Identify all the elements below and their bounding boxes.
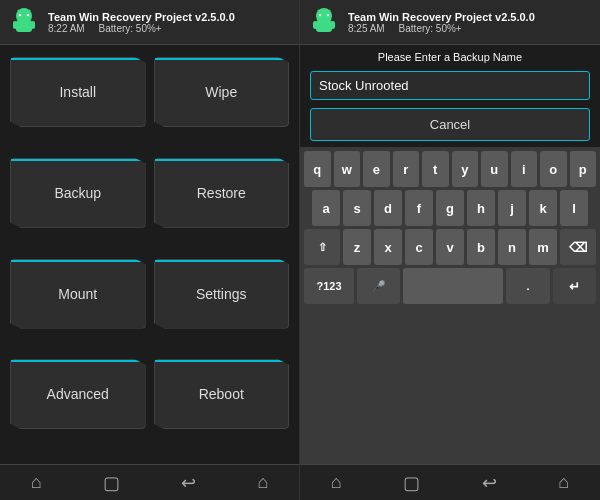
svg-point-12 [319,14,321,16]
svg-rect-10 [313,21,317,29]
space-key[interactable] [403,268,503,304]
right-time: 8:25 AM [348,23,385,34]
key-r[interactable]: r [393,151,420,187]
backup-input-wrapper [300,67,600,104]
svg-rect-2 [13,21,17,29]
svg-rect-9 [316,20,332,32]
svg-point-4 [19,14,21,16]
left-app-title: Team Win Recovery Project v2.5.0.0 [48,11,235,23]
back-icon-right[interactable]: ↩ [482,472,497,494]
key-f[interactable]: f [405,190,433,226]
shift-key[interactable]: ⇧ [304,229,340,265]
settings-button[interactable]: Settings [154,259,290,329]
left-bottom-bar: ⌂ ▢ ↩ ⌂ [0,464,299,500]
cancel-button[interactable]: Cancel [310,108,590,141]
key-i[interactable]: i [511,151,538,187]
key-v[interactable]: v [436,229,464,265]
svg-rect-3 [31,21,35,29]
right-battery: Battery: 50%+ [399,23,462,34]
home2-icon-right[interactable]: ⌂ [558,472,569,493]
key-k[interactable]: k [529,190,557,226]
key-l[interactable]: l [560,190,588,226]
key-y[interactable]: y [452,151,479,187]
right-header: Team Win Recovery Project v2.5.0.0 8:25 … [300,0,600,45]
right-bottom-bar: ⌂ ▢ ↩ ⌂ [300,464,600,500]
cancel-wrapper: Cancel [300,104,600,147]
square-icon-left[interactable]: ▢ [103,472,120,494]
left-header-text: Team Win Recovery Project v2.5.0.0 8:22 … [48,11,235,34]
left-time: 8:22 AM [48,23,85,34]
restore-button[interactable]: Restore [154,158,290,228]
key-w[interactable]: w [334,151,361,187]
key-n[interactable]: n [498,229,526,265]
key-c[interactable]: c [405,229,433,265]
kb-row-4: ?123 🎤 . ↵ [304,268,596,304]
backup-button[interactable]: Backup [10,158,146,228]
kb-row-3: ⇧ z x c v b n m ⌫ [304,229,596,265]
left-panel: Team Win Recovery Project v2.5.0.0 8:22 … [0,0,300,500]
home-icon-right[interactable]: ⌂ [331,472,342,493]
period-key[interactable]: . [506,268,549,304]
key-z[interactable]: z [343,229,371,265]
key-s[interactable]: s [343,190,371,226]
android-logo-left [8,6,40,38]
key-t[interactable]: t [422,151,449,187]
key-a[interactable]: a [312,190,340,226]
nav-button-grid: Install Wipe Backup Restore Mount Settin… [0,45,299,464]
key-b[interactable]: b [467,229,495,265]
left-header: Team Win Recovery Project v2.5.0.0 8:22 … [0,0,299,45]
key-x[interactable]: x [374,229,402,265]
android-logo-right [308,6,340,38]
key-m[interactable]: m [529,229,557,265]
install-button[interactable]: Install [10,57,146,127]
home-icon-left[interactable]: ⌂ [31,472,42,493]
mount-button[interactable]: Mount [10,259,146,329]
svg-rect-11 [331,21,335,29]
kb-row-2: a s d f g h j k l [304,190,596,226]
reboot-button[interactable]: Reboot [154,359,290,429]
svg-point-5 [27,14,29,16]
svg-rect-1 [16,20,32,32]
right-app-title: Team Win Recovery Project v2.5.0.0 [348,11,535,23]
mic-key[interactable]: 🎤 [357,268,400,304]
back-icon-left[interactable]: ↩ [181,472,196,494]
key-g[interactable]: g [436,190,464,226]
advanced-button[interactable]: Advanced [10,359,146,429]
svg-point-13 [327,14,329,16]
key-p[interactable]: p [570,151,597,187]
left-status: 8:22 AM Battery: 50%+ [48,23,235,34]
symbols-key[interactable]: ?123 [304,268,354,304]
keyboard: q w e r t y u i o p a s d f g h j k l ⇧ … [300,147,600,464]
square-icon-right[interactable]: ▢ [403,472,420,494]
delete-key[interactable]: ⌫ [560,229,596,265]
key-q[interactable]: q [304,151,331,187]
enter-key[interactable]: ↵ [553,268,596,304]
backup-prompt: Please Enter a Backup Name [300,45,600,67]
wipe-button[interactable]: Wipe [154,57,290,127]
key-e[interactable]: e [363,151,390,187]
key-o[interactable]: o [540,151,567,187]
right-header-text: Team Win Recovery Project v2.5.0.0 8:25 … [348,11,535,34]
home2-icon-left[interactable]: ⌂ [257,472,268,493]
right-status: 8:25 AM Battery: 50%+ [348,23,535,34]
key-d[interactable]: d [374,190,402,226]
right-panel: Team Win Recovery Project v2.5.0.0 8:25 … [300,0,600,500]
key-h[interactable]: h [467,190,495,226]
key-u[interactable]: u [481,151,508,187]
left-battery: Battery: 50%+ [99,23,162,34]
key-j[interactable]: j [498,190,526,226]
kb-row-1: q w e r t y u i o p [304,151,596,187]
backup-name-input[interactable] [310,71,590,100]
